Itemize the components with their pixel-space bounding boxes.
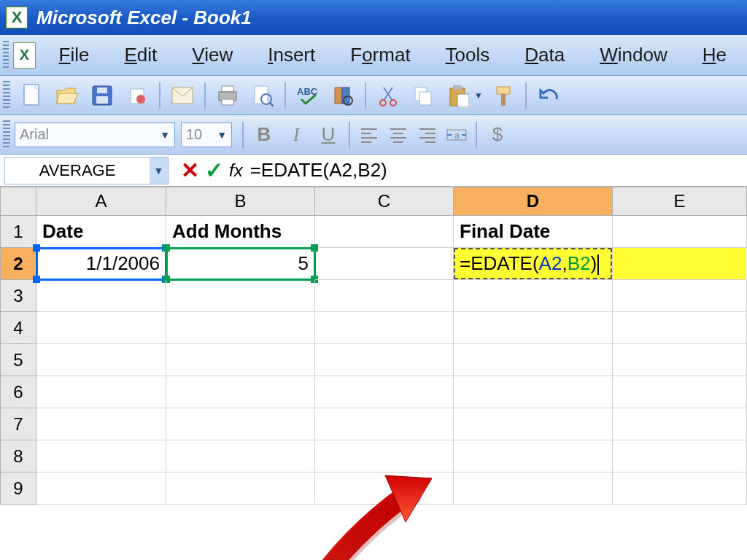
- cell-D6[interactable]: [454, 376, 613, 408]
- cell-E5[interactable]: [613, 344, 747, 376]
- save-button[interactable]: [86, 79, 118, 112]
- row-header-8[interactable]: 8: [0, 440, 36, 472]
- cell-C7[interactable]: [315, 408, 454, 440]
- column-header-C[interactable]: C: [315, 187, 454, 216]
- menu-file[interactable]: File: [42, 39, 107, 71]
- permission-button[interactable]: [121, 79, 153, 112]
- cell-B2[interactable]: 5: [166, 248, 315, 280]
- name-box[interactable]: AVERAGE ▼: [4, 157, 150, 184]
- menu-tools[interactable]: Tools: [428, 39, 508, 71]
- menu-help[interactable]: He: [685, 39, 744, 71]
- cell-B8[interactable]: [166, 440, 315, 472]
- column-header-B[interactable]: B: [166, 187, 315, 216]
- row-header-3[interactable]: 3: [0, 280, 36, 312]
- row-header-7[interactable]: 7: [0, 408, 36, 440]
- cell-D2[interactable]: =EDATE(A2,B2): [454, 248, 613, 280]
- cell-A1[interactable]: Date: [36, 216, 166, 248]
- name-box-dropdown-icon[interactable]: ▼: [150, 157, 169, 184]
- row-header-5[interactable]: 5: [0, 344, 36, 376]
- font-size-select[interactable]: 10▼: [181, 122, 232, 147]
- font-name-select[interactable]: Arial▼: [15, 122, 175, 147]
- cell-D4[interactable]: [454, 312, 613, 344]
- align-left-button[interactable]: [355, 120, 384, 149]
- formula-enter-button[interactable]: ✓: [205, 158, 223, 183]
- cell-E1[interactable]: [613, 216, 747, 248]
- cell-B1[interactable]: Add Months: [166, 216, 315, 248]
- range-handle-icon[interactable]: [163, 244, 170, 252]
- underline-button[interactable]: U: [312, 120, 344, 149]
- cell-A8[interactable]: [36, 440, 166, 472]
- menu-data[interactable]: Data: [507, 39, 582, 71]
- workbook-icon[interactable]: X: [13, 42, 35, 69]
- new-button[interactable]: [16, 79, 48, 112]
- row-header-4[interactable]: 4: [0, 312, 36, 344]
- cell-D1[interactable]: Final Date: [454, 216, 613, 248]
- spelling-button[interactable]: ABC: [292, 79, 324, 112]
- row-header-2[interactable]: 2: [0, 248, 36, 280]
- cell-E9[interactable]: [613, 472, 747, 505]
- select-all-corner[interactable]: [0, 187, 36, 216]
- menu-edit[interactable]: Edit: [107, 39, 175, 71]
- align-right-button[interactable]: [413, 120, 442, 149]
- toolbar-grip-icon[interactable]: [3, 81, 10, 110]
- cell-D7[interactable]: [454, 408, 613, 440]
- cell-D3[interactable]: [454, 280, 613, 312]
- align-center-button[interactable]: [384, 120, 413, 149]
- formula-cancel-button[interactable]: ✕: [181, 158, 199, 183]
- menu-window[interactable]: Window: [582, 39, 684, 71]
- formula-input[interactable]: [243, 157, 747, 184]
- column-header-E[interactable]: E: [613, 187, 747, 216]
- open-button[interactable]: [51, 79, 83, 112]
- cell-D8[interactable]: [454, 440, 613, 472]
- cell-A2[interactable]: 1/1/2006: [36, 248, 166, 280]
- cut-button[interactable]: [372, 79, 404, 112]
- research-button[interactable]: [327, 79, 359, 112]
- menu-format[interactable]: Format: [333, 39, 427, 71]
- cell-A5[interactable]: [36, 344, 166, 376]
- cell-editor[interactable]: =EDATE(A2,B2): [460, 252, 599, 275]
- cell-B6[interactable]: [166, 376, 315, 408]
- row-header-9[interactable]: 9: [0, 472, 36, 505]
- cell-C5[interactable]: [315, 344, 454, 376]
- paste-dropdown-icon[interactable]: ▼: [474, 90, 483, 101]
- copy-button[interactable]: [407, 79, 439, 112]
- format-painter-button[interactable]: [487, 79, 519, 112]
- cell-B9[interactable]: [166, 472, 315, 505]
- row-header-1[interactable]: 1: [0, 216, 36, 248]
- cell-B3[interactable]: [166, 280, 315, 312]
- merge-center-button[interactable]: a: [442, 120, 471, 149]
- cell-C3[interactable]: [315, 280, 454, 312]
- print-preview-button[interactable]: [247, 79, 279, 112]
- cell-C1[interactable]: [315, 216, 454, 248]
- insert-function-button[interactable]: fx: [229, 160, 243, 181]
- email-button[interactable]: [166, 79, 198, 112]
- cell-A6[interactable]: [36, 376, 166, 408]
- column-header-A[interactable]: A: [36, 187, 166, 216]
- currency-button[interactable]: $: [481, 120, 514, 149]
- cell-C2[interactable]: [315, 248, 454, 280]
- toolbar-grip-icon[interactable]: [3, 41, 9, 70]
- bold-button[interactable]: B: [248, 120, 280, 149]
- cell-C6[interactable]: [315, 376, 454, 408]
- range-handle-icon[interactable]: [33, 244, 40, 252]
- cell-A7[interactable]: [36, 408, 166, 440]
- cell-D5[interactable]: [454, 344, 613, 376]
- cell-E4[interactable]: [613, 312, 747, 344]
- italic-button[interactable]: I: [280, 120, 312, 149]
- cell-E2[interactable]: [612, 248, 746, 280]
- row-header-6[interactable]: 6: [0, 376, 36, 408]
- cell-E8[interactable]: [613, 440, 747, 472]
- column-header-D[interactable]: D: [454, 187, 613, 216]
- cell-B4[interactable]: [166, 312, 315, 344]
- menu-insert[interactable]: Insert: [250, 39, 333, 71]
- cell-D9[interactable]: [454, 472, 613, 505]
- cell-B5[interactable]: [166, 344, 315, 376]
- undo-button[interactable]: [533, 79, 565, 112]
- cell-E6[interactable]: [613, 376, 747, 408]
- print-button[interactable]: [212, 79, 244, 112]
- cell-A3[interactable]: [36, 280, 166, 312]
- cell-C4[interactable]: [315, 312, 454, 344]
- menu-view[interactable]: View: [174, 39, 250, 71]
- paste-button[interactable]: [442, 79, 474, 112]
- cell-A4[interactable]: [36, 312, 166, 344]
